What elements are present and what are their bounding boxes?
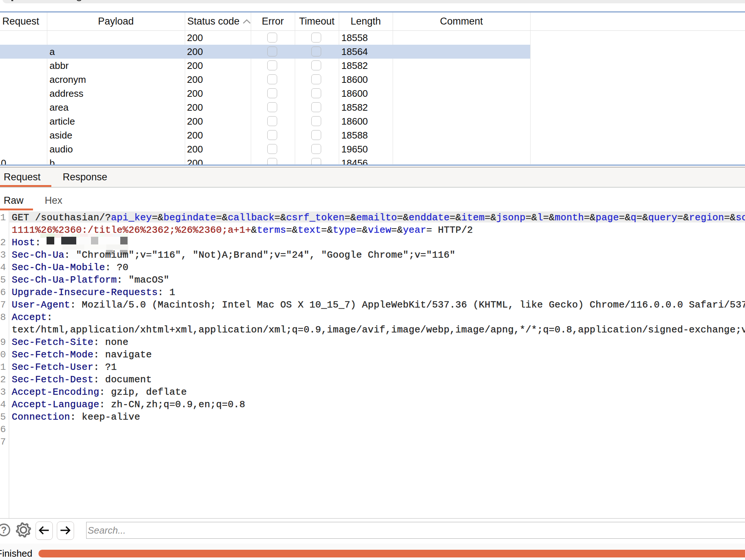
- svg-text:?: ?: [1, 525, 7, 535]
